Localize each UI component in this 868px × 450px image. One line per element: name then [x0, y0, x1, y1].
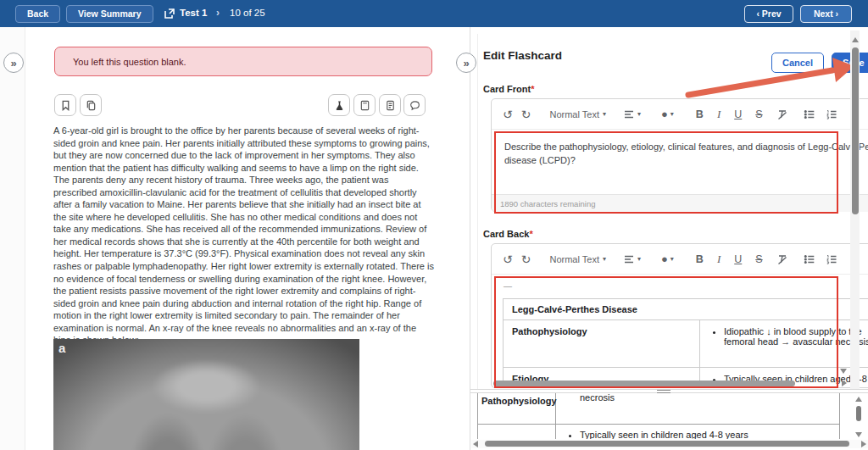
- xray-panel-label: a: [58, 341, 65, 355]
- color-caret-icon: ▾: [670, 110, 674, 118]
- cancel-button[interactable]: Cancel: [771, 53, 824, 73]
- format-dropdown[interactable]: Normal Text: [549, 254, 598, 264]
- format-caret-icon: ▾: [603, 110, 606, 118]
- copy-icon: [86, 100, 97, 111]
- ordered-list-icon: [826, 253, 837, 265]
- blank-question-alert: You left this question blank.: [54, 47, 432, 76]
- character-counter: 1890 characters remaining: [492, 194, 868, 212]
- bold-button[interactable]: B: [696, 253, 704, 265]
- bottom-hscrollbar-thumb[interactable]: [485, 441, 849, 447]
- format-dropdown[interactable]: Normal Text: [549, 109, 598, 119]
- alert-text: You left this question blank.: [73, 57, 186, 67]
- bullet-list-button[interactable]: [804, 108, 815, 120]
- clear-format-icon: [776, 253, 788, 265]
- required-asterisk: *: [531, 84, 534, 94]
- align-caret-icon: ▾: [637, 110, 641, 118]
- test-name[interactable]: Test 1: [180, 8, 207, 18]
- color-caret-icon: ▾: [670, 255, 674, 263]
- flask-icon: [334, 100, 345, 111]
- redo-icon[interactable]: ↻: [521, 108, 531, 121]
- clear-format-icon: [776, 108, 788, 120]
- feedback-button[interactable]: [403, 94, 426, 116]
- clear-format-button[interactable]: [776, 108, 788, 120]
- align-left-icon: [623, 253, 635, 265]
- notes-icon: [385, 100, 396, 111]
- card-front-toolbar: ↺ ↻ Normal Text ▾ ▾ ● ▾ B I U S: [492, 99, 868, 130]
- required-asterisk: *: [529, 229, 532, 239]
- align-dropdown[interactable]: [623, 253, 635, 265]
- card-back-editor[interactable]: ↺ ↻ Normal Text ▾ ▾ ● ▾ B I U S: [491, 243, 868, 388]
- lab-values-button[interactable]: [328, 94, 350, 116]
- hip-xray-image: a: [53, 339, 359, 450]
- left-collapse-rail: [0, 27, 25, 450]
- undo-icon[interactable]: ↺: [503, 253, 513, 266]
- card-back-toolbar: ↺ ↻ Normal Text ▾ ▾ ● ▾ B I U S: [492, 244, 868, 275]
- italic-button[interactable]: I: [717, 108, 721, 121]
- editor-scroll-down-icon[interactable]: [840, 369, 847, 374]
- card-front-label: Card Front*: [483, 84, 535, 94]
- preview-scroll-up-icon[interactable]: [855, 397, 862, 402]
- next-chevron-icon: ›: [836, 8, 839, 19]
- preview-scroll-down-icon[interactable]: [855, 432, 862, 437]
- strikethrough-button[interactable]: S: [755, 253, 762, 265]
- back-button[interactable]: Back: [15, 5, 60, 23]
- bottom-hscroll-left-icon[interactable]: [473, 441, 478, 447]
- bookmark-icon: [60, 100, 71, 111]
- text-color-dropdown[interactable]: ●: [661, 253, 668, 265]
- strikethrough-button[interactable]: S: [755, 108, 762, 120]
- bookmark-button[interactable]: [54, 94, 76, 116]
- notes-button[interactable]: [379, 94, 401, 116]
- copy-button[interactable]: [80, 94, 102, 116]
- bullet-list-icon: [804, 108, 815, 120]
- card-back-text-area[interactable]: — Legg-Calvé-Perthes Disease Pathophysio…: [492, 275, 868, 388]
- prev-chevron-icon: ‹: [756, 8, 760, 19]
- undo-icon[interactable]: ↺: [503, 108, 513, 121]
- card-back-label: Card Back*: [483, 229, 533, 239]
- calculator-button[interactable]: [353, 94, 376, 116]
- xray-art: [53, 339, 359, 450]
- preview-vscrollbar[interactable]: [854, 397, 863, 439]
- collapse-right-panel-button[interactable]: »: [456, 53, 476, 73]
- card-front-text-area[interactable]: Describe the pathophysiology, etiology, …: [492, 130, 868, 194]
- card-back-dash: —: [492, 275, 868, 292]
- splitter-handle-icon[interactable]: [657, 390, 670, 393]
- bottom-hscroll-right-icon[interactable]: [861, 441, 866, 447]
- table-row: Pathophysiology Idiopathic ↓ in blood su…: [478, 393, 839, 425]
- edit-flashcard-title: Edit Flashcard: [483, 49, 562, 62]
- top-navigation-bar: Back View Summary Test 1 › 10 of 25 ‹ Pr…: [0, 0, 868, 27]
- flashcard-preview-table: Pathophysiology Idiopathic ↓ in blood su…: [477, 393, 840, 439]
- align-left-icon: [623, 108, 635, 120]
- text-color-dropdown[interactable]: ●: [661, 108, 668, 120]
- chat-bubble-icon: [409, 100, 420, 111]
- ordered-list-button[interactable]: [826, 253, 837, 265]
- prev-button[interactable]: ‹ Prev: [744, 5, 793, 23]
- test-launch-icon: [164, 8, 175, 19]
- question-progress: 10 of 25: [230, 8, 265, 18]
- bottom-hscrollbar[interactable]: [471, 440, 868, 448]
- collapse-left-panel-button[interactable]: »: [3, 53, 24, 73]
- card-back-hscroll-right-icon[interactable]: [842, 380, 847, 386]
- underline-button[interactable]: U: [734, 108, 742, 120]
- bullet-list-button[interactable]: [804, 253, 815, 265]
- clear-format-button[interactable]: [776, 253, 788, 265]
- italic-button[interactable]: I: [717, 253, 721, 266]
- ordered-list-button[interactable]: [826, 108, 837, 120]
- right-panel-vscrollbar-thumb[interactable]: [852, 47, 859, 214]
- table-row: Etiology Typically seen in children aged…: [478, 425, 839, 439]
- card-back-hscrollbar[interactable]: [493, 381, 795, 386]
- breadcrumb-chevron-icon: ›: [216, 7, 220, 19]
- card-front-editor[interactable]: ↺ ↻ Normal Text ▾ ▾ ● ▾ B I U S: [491, 98, 868, 212]
- align-dropdown[interactable]: [623, 108, 635, 120]
- redo-icon[interactable]: ↻: [521, 253, 531, 266]
- next-button[interactable]: Next ›: [800, 5, 852, 23]
- preview-vscrollbar-thumb[interactable]: [856, 406, 861, 421]
- vscroll-up-icon[interactable]: [852, 37, 859, 42]
- flashcard-preview: Pathophysiology Idiopathic ↓ in blood su…: [471, 393, 852, 439]
- app-window: Back View Summary Test 1 › 10 of 25 ‹ Pr…: [0, 0, 868, 450]
- right-panel-edge: [477, 34, 478, 390]
- calculator-icon: [359, 100, 370, 111]
- underline-button[interactable]: U: [734, 253, 742, 265]
- bold-button[interactable]: B: [696, 108, 704, 120]
- view-summary-button[interactable]: View Summary: [66, 5, 153, 23]
- ordered-list-icon: [826, 108, 837, 120]
